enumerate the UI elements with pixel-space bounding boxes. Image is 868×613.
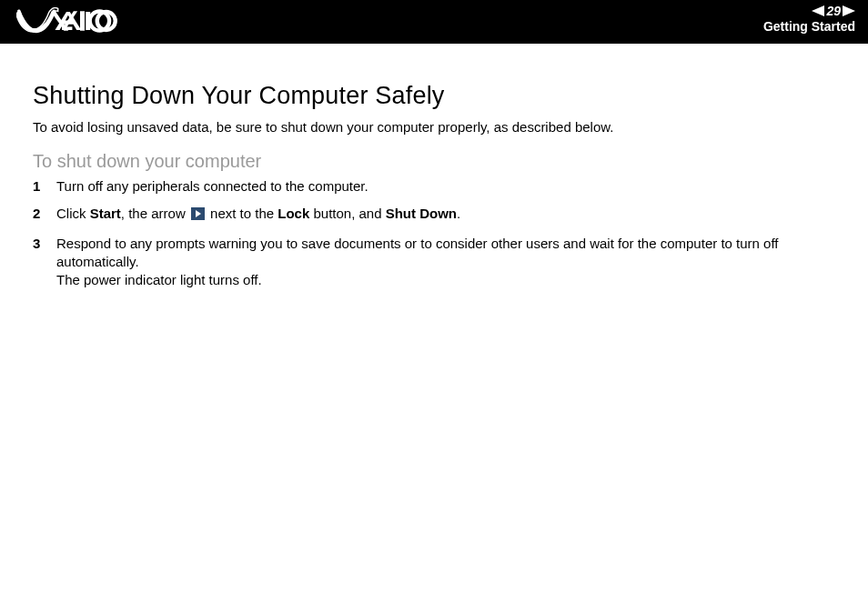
page-nav: 29 (763, 4, 855, 18)
sub-heading: To shut down your computer (33, 151, 839, 172)
svg-marker-6 (843, 5, 855, 16)
step-2-part-d: button, and (309, 206, 385, 221)
header-right: 29 Getting Started (763, 4, 855, 34)
steps-list: Turn off any peripherals connected to th… (33, 177, 839, 289)
step-2-part-c: next to the (207, 206, 278, 221)
step-2-part-e: . (457, 206, 460, 221)
next-page-icon[interactable] (843, 5, 855, 16)
step-1-text: Turn off any peripherals connected to th… (56, 178, 368, 194)
vaio-logo-stylised (16, 7, 130, 35)
step-3-line-2: The power indicator light turns off. (56, 272, 262, 287)
section-name: Getting Started (763, 19, 855, 34)
page-title: Shutting Down Your Computer Safely (33, 82, 839, 110)
page-number: 29 (826, 4, 841, 18)
svg-rect-3 (86, 12, 90, 30)
step-3: Respond to any prompts warning you to sa… (33, 235, 839, 290)
step-3-line-1: Respond to any prompts warning you to sa… (56, 236, 778, 269)
step-2-part-b: , the arrow (121, 206, 189, 221)
step-1: Turn off any peripherals connected to th… (33, 177, 839, 196)
arrow-button-icon (191, 206, 205, 225)
page-header: 29 Getting Started (0, 0, 868, 44)
svg-point-4 (97, 12, 116, 30)
step-2-bold-start: Start (90, 206, 121, 221)
intro-text: To avoid losing unsaved data, be sure to… (33, 119, 839, 135)
step-2: Click Start, the arrow next to the Lock … (33, 205, 839, 225)
page-content: Shutting Down Your Computer Safely To av… (0, 44, 868, 289)
prev-page-icon[interactable] (812, 5, 824, 16)
step-2-bold-lock: Lock (278, 206, 309, 221)
svg-marker-5 (812, 5, 824, 16)
step-2-bold-shutdown: Shut Down (386, 206, 457, 221)
step-2-part-a: Click (56, 206, 90, 221)
